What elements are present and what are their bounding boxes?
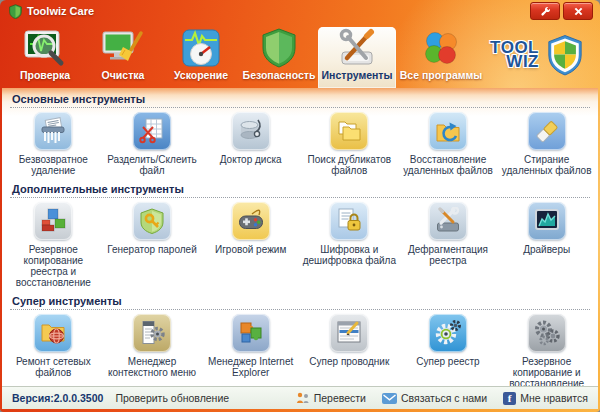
section-title: Основные инструменты [2, 88, 598, 107]
tool-ie-manager[interactable]: Менеджер Internet Explorer [201, 314, 300, 386]
close-button[interactable] [563, 2, 593, 20]
tool-restore-files[interactable]: Восстановление удаленных файлов [399, 112, 498, 176]
network-repair-icon [34, 314, 72, 352]
drivers-icon [528, 202, 566, 240]
tool-registry-defrag[interactable]: Дефрагментация реестра [399, 202, 498, 288]
tool-mbr-backup[interactable]: Резервное копирование и восстановление M… [497, 314, 596, 386]
statusbar-right: Перевести Связаться с нами f Мне нравитс… [280, 392, 588, 405]
nav-tab-check[interactable]: Проверка [6, 27, 84, 88]
wrench-icon [540, 6, 551, 17]
section-title: Супер инструменты [2, 290, 598, 309]
main-navigation: Проверка Очистка Ускорение Безопасность … [2, 22, 598, 88]
super-explorer-icon [330, 314, 368, 352]
window-title: Toolwiz Care [27, 5, 94, 17]
toolwiz-shield-icon [546, 34, 584, 76]
tool-grid: Резервное копирование реестра и восстано… [2, 198, 598, 290]
tool-context-menu-manager[interactable]: Менеджер контекстного меню [103, 314, 202, 386]
nav-tab-tools[interactable]: Инструменты [318, 27, 396, 88]
envelope-icon [382, 393, 397, 404]
tool-grid: Безвозвратное удаление Разделить/Склеить… [2, 108, 598, 178]
shredder-icon [34, 112, 72, 150]
game-mode-icon [232, 202, 270, 240]
tools-section-1: Дополнительные инструменты Резервное коп… [2, 178, 598, 290]
tool-drivers[interactable]: Драйверы [497, 202, 596, 288]
tool-super-registry[interactable]: Супер реестр [399, 314, 498, 386]
restore-files-icon [429, 112, 467, 150]
nav-security-icon [259, 27, 299, 69]
nav-all-programs-icon [420, 27, 462, 69]
close-icon [574, 7, 583, 16]
tools-section-2: Супер инструменты Ремонт сетевых файлов … [2, 290, 598, 386]
translate-label: Перевести [314, 392, 366, 404]
titlebar: Toolwiz Care [2, 0, 598, 22]
logo-text: TOOL WIZ [490, 41, 539, 69]
erase-files-icon [528, 112, 566, 150]
section-title: Дополнительные инструменты [2, 178, 598, 197]
toolwiz-care-window: Toolwiz Care Проверка Очистка Ускорение … [0, 0, 600, 412]
nav-tab-security[interactable]: Безопасность [240, 27, 318, 88]
tool-game-mode[interactable]: Игровой режим [201, 202, 300, 288]
tool-disk-doctor[interactable]: Доктор диска [201, 112, 300, 176]
tool-password-generator[interactable]: Генератор паролей [103, 202, 202, 288]
nav-tab-all-programs[interactable]: Все программы [396, 27, 486, 88]
tool-super-explorer[interactable]: Супер проводник [300, 314, 399, 386]
version-label: Версия:2.0.0.3500 [12, 392, 103, 404]
nav-speed-icon [180, 27, 222, 69]
disk-doctor-icon [232, 112, 270, 150]
registry-backup-icon [34, 202, 72, 240]
tool-split-merge[interactable]: Разделить/Склеить файл [103, 112, 202, 176]
tool-file-encrypt[interactable]: Шифровка и дешифровка файла [300, 202, 399, 288]
statusbar: Версия:2.0.0.3500 Проверить обновление П… [2, 386, 598, 409]
logo-line2: WIZ [490, 55, 539, 69]
file-encrypt-icon [330, 202, 368, 240]
mbr-backup-icon [528, 314, 566, 352]
like-label: Мне нравится [520, 392, 588, 404]
tool-registry-backup[interactable]: Резервное копирование реестра и восстано… [4, 202, 103, 288]
translate-icon [296, 392, 310, 404]
nav-clean-icon [101, 27, 145, 69]
tools-section-0: Основные инструменты Безвозвратное удале… [2, 88, 598, 178]
app-shield-icon [9, 4, 22, 19]
nav-tabs: Проверка Очистка Ускорение Безопасность … [6, 22, 486, 88]
registry-defrag-icon [429, 202, 467, 240]
duplicate-finder-icon [330, 112, 368, 150]
context-menu-manager-icon [133, 314, 171, 352]
contact-label: Связаться с нами [401, 392, 487, 404]
password-generator-icon [133, 202, 171, 240]
tool-duplicate-finder[interactable]: Поиск дубликатов файлов [300, 112, 399, 176]
toolwiz-logo: TOOL WIZ [490, 22, 594, 88]
check-update-link[interactable]: Проверить обновление [115, 392, 229, 404]
nav-tools-icon [335, 27, 379, 69]
ie-manager-icon [232, 314, 270, 352]
titlebar-buttons [530, 2, 593, 20]
translate-link[interactable]: Перевести [296, 392, 366, 404]
super-registry-icon [429, 314, 467, 352]
facebook-like-link[interactable]: f Мне нравится [503, 392, 588, 405]
tools-content: Основные инструменты Безвозвратное удале… [2, 88, 598, 386]
nav-check-icon [23, 27, 67, 69]
facebook-icon: f [503, 392, 516, 405]
split-merge-icon [133, 112, 171, 150]
nav-tab-cleanup[interactable]: Очистка [84, 27, 162, 88]
tool-network-repair[interactable]: Ремонт сетевых файлов [4, 314, 103, 386]
wrench-menu-button[interactable] [530, 2, 560, 20]
tool-erase-files[interactable]: Стирание удаленных файлов [497, 112, 596, 176]
contact-link[interactable]: Связаться с нами [382, 392, 487, 404]
tool-grid: Ремонт сетевых файлов Менеджер контекстн… [2, 310, 598, 386]
nav-tab-speedup[interactable]: Ускорение [162, 27, 240, 88]
tool-shredder[interactable]: Безвозвратное удаление [4, 112, 103, 176]
